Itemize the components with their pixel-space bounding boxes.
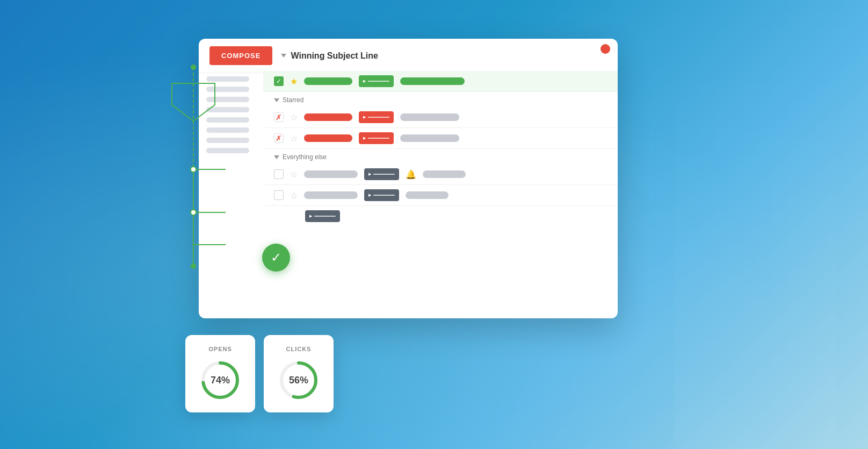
section-label: Starred bbox=[283, 96, 303, 104]
clicks-circle: 56% bbox=[277, 359, 320, 402]
svg-point-5 bbox=[191, 65, 196, 70]
action-button-gray[interactable] bbox=[364, 168, 399, 180]
starred-email-row-1[interactable]: ✗ ☆ bbox=[263, 107, 618, 128]
action-button-red-2[interactable] bbox=[359, 132, 394, 144]
star-empty[interactable]: ☆ bbox=[290, 133, 298, 144]
section-label: Everything else bbox=[283, 153, 327, 161]
winning-email-row[interactable]: ✓ ★ bbox=[263, 71, 618, 92]
tag-pill-gray-2 bbox=[406, 191, 449, 199]
action-line bbox=[368, 117, 389, 118]
else-email-row-2[interactable]: ☆ bbox=[263, 185, 618, 206]
svg-point-6 bbox=[191, 167, 196, 172]
action-button-gray-3[interactable] bbox=[305, 210, 340, 222]
action-line bbox=[373, 174, 395, 175]
person-figure-area bbox=[610, 0, 868, 449]
check-icon: ✓ bbox=[271, 250, 281, 265]
action-button-red[interactable] bbox=[359, 111, 394, 123]
action-line bbox=[368, 138, 389, 139]
tag-pill bbox=[400, 77, 465, 85]
subject-pill bbox=[304, 77, 352, 85]
subject-line-header: Winning Subject Line bbox=[281, 51, 378, 61]
clicks-stat-card: CLICKS 56% bbox=[264, 335, 334, 412]
star-filled[interactable]: ★ bbox=[290, 76, 298, 87]
star-empty[interactable]: ☆ bbox=[290, 190, 298, 201]
subject-pill-gray-2 bbox=[304, 191, 358, 199]
starred-section-header: Starred bbox=[263, 92, 618, 107]
success-check-badge: ✓ bbox=[262, 244, 290, 272]
email-list: ✓ ★ Starred ✗ ☆ ✗ ☆ bbox=[263, 71, 618, 318]
tag-pill-gray bbox=[400, 134, 459, 142]
tag-pill-gray bbox=[400, 113, 459, 121]
svg-point-8 bbox=[191, 263, 196, 269]
subject-pill-red bbox=[304, 134, 352, 142]
clicks-value: 56% bbox=[289, 375, 308, 386]
subject-pill-gray bbox=[304, 170, 358, 178]
opens-value: 74% bbox=[211, 375, 230, 386]
action-button-gray-2[interactable] bbox=[364, 189, 399, 201]
tag-pill-gray-short bbox=[423, 170, 466, 178]
subject-pill-red bbox=[304, 113, 352, 121]
person-silhouette bbox=[675, 46, 836, 449]
action-line bbox=[373, 195, 395, 196]
star-empty[interactable]: ☆ bbox=[290, 169, 298, 180]
subject-line-label: Winning Subject Line bbox=[291, 51, 378, 61]
stats-container: OPENS 74% CLICKS 56% bbox=[185, 335, 334, 412]
action-button-green[interactable] bbox=[359, 75, 394, 87]
tree-connector-svg bbox=[161, 62, 279, 277]
opens-stat-card: OPENS 74% bbox=[185, 335, 255, 412]
else-email-row-1[interactable]: ☆ 🔔 bbox=[263, 164, 618, 185]
expand-icon bbox=[281, 54, 286, 58]
everything-else-section-header: Everything else bbox=[263, 149, 618, 164]
svg-point-7 bbox=[191, 210, 196, 215]
opens-circle: 74% bbox=[199, 359, 242, 402]
starred-email-row-2[interactable]: ✗ ☆ bbox=[263, 128, 618, 149]
else-email-row-3[interactable] bbox=[263, 206, 618, 226]
action-line bbox=[314, 216, 336, 217]
clicks-label: CLICKS bbox=[286, 346, 312, 352]
star-empty[interactable]: ☆ bbox=[290, 112, 298, 123]
bell-icon: 🔔 bbox=[406, 169, 416, 180]
opens-label: OPENS bbox=[208, 346, 232, 352]
action-line bbox=[368, 81, 389, 82]
